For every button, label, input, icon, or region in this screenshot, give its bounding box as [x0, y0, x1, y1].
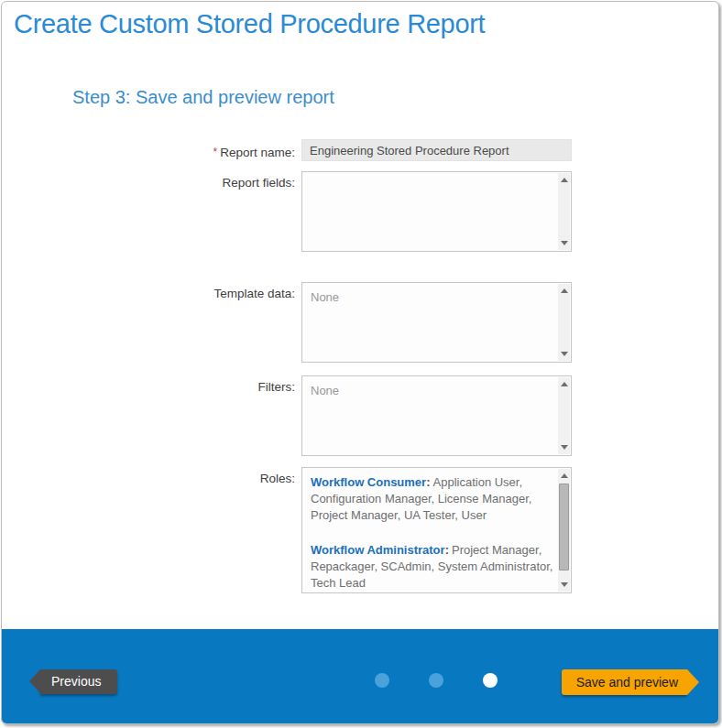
- filters-label: Filters:: [2, 375, 295, 395]
- scroll-down-icon[interactable]: [558, 236, 570, 249]
- required-marker: *: [213, 146, 218, 158]
- step-heading: Step 3: Save and preview report: [72, 87, 718, 108]
- role-entry: Workflow Administrator:Project Manager, …: [311, 542, 554, 592]
- report-fields-content: [302, 172, 558, 251]
- template-data-label: Template data:: [2, 282, 295, 301]
- template-data-box[interactable]: None: [301, 282, 572, 363]
- filters-row: Filters: None: [2, 375, 718, 456]
- step-dot-2: [429, 673, 443, 688]
- role-name: Workflow Consumer: [311, 475, 426, 489]
- step-dot-3-active: [483, 673, 498, 688]
- template-data-row: Template data: None: [2, 282, 718, 363]
- roles-label: Roles:: [2, 467, 295, 486]
- filters-box[interactable]: None: [301, 375, 572, 456]
- scroll-down-icon[interactable]: [558, 440, 570, 453]
- previous-button[interactable]: Previous: [40, 669, 117, 694]
- role-name: Workflow Administrator: [311, 543, 445, 557]
- scroll-up-icon[interactable]: [558, 285, 570, 298]
- scrollbar-thumb[interactable]: [559, 484, 569, 570]
- report-fields-label: Report fields:: [2, 171, 295, 190]
- report-fields-box[interactable]: [301, 171, 572, 252]
- scroll-down-icon[interactable]: [558, 578, 570, 591]
- save-and-preview-button[interactable]: Save and preview: [562, 669, 687, 695]
- scroll-up-icon[interactable]: [558, 378, 570, 391]
- wizard-footer: Previous Save and preview: [2, 629, 718, 723]
- role-entry: Workflow Consumer:Application User, Conf…: [311, 474, 554, 524]
- wizard-window: Create Custom Stored Procedure Report St…: [1, 1, 719, 724]
- roles-row: Roles: Workflow Consumer:Application Use…: [2, 467, 718, 593]
- roles-scrollbar[interactable]: [558, 469, 570, 592]
- template-data-content: None: [302, 283, 558, 362]
- roles-content: Workflow Consumer:Application User, Conf…: [302, 468, 558, 592]
- report-name-label: *Report name:: [2, 139, 295, 160]
- report-name-row: *Report name:: [2, 139, 718, 161]
- scroll-down-icon[interactable]: [558, 347, 570, 360]
- filters-content: None: [302, 376, 558, 455]
- report-name-input[interactable]: [301, 139, 572, 161]
- page-title: Create Custom Stored Procedure Report: [14, 9, 718, 39]
- scroll-up-icon[interactable]: [558, 470, 570, 483]
- roles-box[interactable]: Workflow Consumer:Application User, Conf…: [301, 467, 572, 593]
- template-data-scrollbar[interactable]: [558, 284, 570, 361]
- report-fields-scrollbar[interactable]: [558, 173, 570, 250]
- scroll-up-icon[interactable]: [558, 174, 570, 187]
- filters-scrollbar[interactable]: [558, 377, 570, 454]
- step-dot-1: [375, 673, 389, 688]
- wizard-step-dots: [375, 673, 498, 688]
- report-fields-row: Report fields:: [2, 171, 718, 252]
- report-form: *Report name: Report fields: Templa: [2, 139, 718, 593]
